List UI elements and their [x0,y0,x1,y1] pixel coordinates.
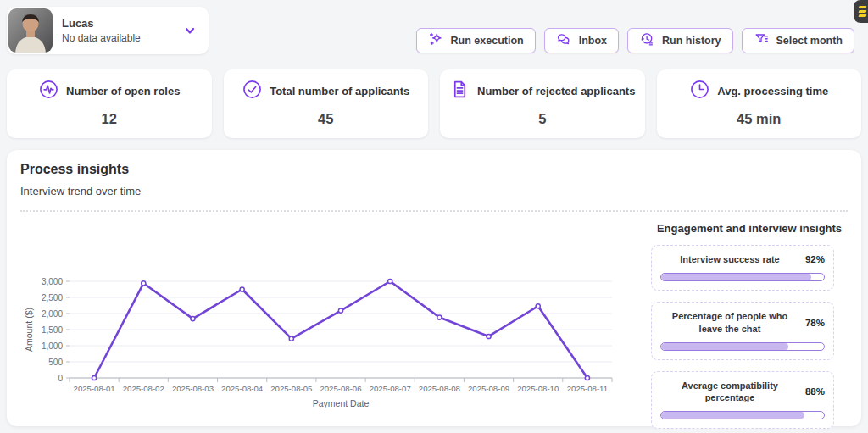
select-month-button[interactable]: Select month [742,28,855,53]
svg-text:2025-08-03: 2025-08-03 [172,384,214,393]
line-chart: 05001,0001,5002,0002,5003,0002025-08-012… [20,217,639,433]
stat-card-avg-processing-time: Avg. processing time 45 min [657,69,862,138]
svg-text:2025-08-05: 2025-08-05 [270,384,312,393]
metric-value: 92% [805,254,825,264]
stat-label: Number of open roles [66,85,180,97]
stat-value: 5 [448,111,637,127]
sparkles-icon [428,31,444,50]
panel-subtitle: Interview trend over time [20,185,848,197]
metric-card-leave-chat: Percentage of people who leave the chat … [651,302,834,360]
inbox-button[interactable]: Inbox [544,28,619,53]
avatar [8,8,53,53]
svg-text:2025-08-06: 2025-08-06 [320,384,361,393]
metric-label: Interview success rate [660,253,799,265]
svg-text:1,500: 1,500 [42,325,63,335]
metric-value: 78% [805,318,825,328]
select-month-label: Select month [776,35,843,47]
process-insights-panel: Process insights Interview trend over ti… [7,150,861,426]
svg-text:2,500: 2,500 [42,293,63,303]
svg-text:500: 500 [48,358,63,367]
run-history-button[interactable]: Run history [627,28,732,53]
metric-value: 88% [805,386,825,397]
check-circle-icon [242,79,263,103]
stat-label: Total number of applicants [270,85,409,97]
svg-text:1,000: 1,000 [42,341,63,351]
metric-card-compatibility: Average compatibility percentage 88% [651,371,834,430]
history-clock-icon [639,31,655,50]
svg-text:2025-08-01: 2025-08-01 [74,384,115,393]
toolbar: Run execution Inbox [416,28,854,53]
menu-badge-icon[interactable] [854,0,868,23]
clock-icon [689,79,710,103]
header: Lucas No data available Run execution [0,0,868,54]
svg-text:Payment Date: Payment Date [313,398,370,408]
stat-card-open-roles: Number of open roles 12 [7,69,212,138]
dashboard-page: Lucas No data available Run execution [0,0,868,433]
svg-text:2025-08-07: 2025-08-07 [370,384,411,393]
profile-status: No data available [62,32,183,44]
stats-row: Number of open roles 12 Total number of … [0,54,868,138]
progress-bar [660,273,825,281]
dotted-separator [20,210,848,212]
engagement-title: Engagement and interview insights [651,222,848,235]
svg-text:3,000: 3,000 [42,277,63,286]
stat-value: 45 min [665,111,854,127]
stat-label: Avg. processing time [717,85,828,97]
run-history-label: Run history [662,35,721,47]
stat-label: Number of rejected applicants [477,85,635,97]
stat-card-rejected-applicants: Number of rejected applicants 5 [440,69,645,138]
profile-name: Lucas [62,17,183,30]
filter-icon [754,31,770,50]
svg-text:Amount ($): Amount ($) [24,308,34,352]
metric-card-interview-success: Interview success rate 92% [651,245,834,291]
svg-text:2,000: 2,000 [42,309,63,319]
svg-text:2025-08-11: 2025-08-11 [567,384,608,393]
svg-text:2025-08-09: 2025-08-09 [468,384,509,393]
run-execution-button[interactable]: Run execution [416,28,536,53]
progress-fill [661,412,804,419]
chat-bubbles-icon [556,31,572,50]
engagement-panel: Engagement and interview insights Interv… [651,217,848,433]
progress-fill [661,343,788,350]
inbox-label: Inbox [579,35,607,47]
stat-card-total-applicants: Total number of applicants 45 [224,69,429,138]
svg-text:2025-08-02: 2025-08-02 [123,384,164,393]
metric-label: Average compatibility percentage [660,380,799,404]
svg-text:2025-08-08: 2025-08-08 [419,384,460,393]
profile-text: Lucas No data available [62,17,183,44]
run-execution-label: Run execution [451,35,524,47]
document-icon [449,79,470,103]
activity-icon [38,79,59,103]
svg-text:2025-08-04: 2025-08-04 [221,384,264,393]
panel-title: Process insights [20,162,848,177]
progress-fill [661,274,811,280]
progress-bar [660,411,825,419]
progress-bar [660,342,825,351]
profile-card[interactable]: Lucas No data available [7,7,209,54]
svg-text:0: 0 [58,374,63,383]
stat-value: 45 [232,111,420,127]
chevron-down-icon[interactable] [183,24,197,37]
stat-value: 12 [15,111,203,127]
svg-text:2025-08-10: 2025-08-10 [517,384,559,393]
metric-label: Percentage of people who leave the chat [660,310,799,335]
